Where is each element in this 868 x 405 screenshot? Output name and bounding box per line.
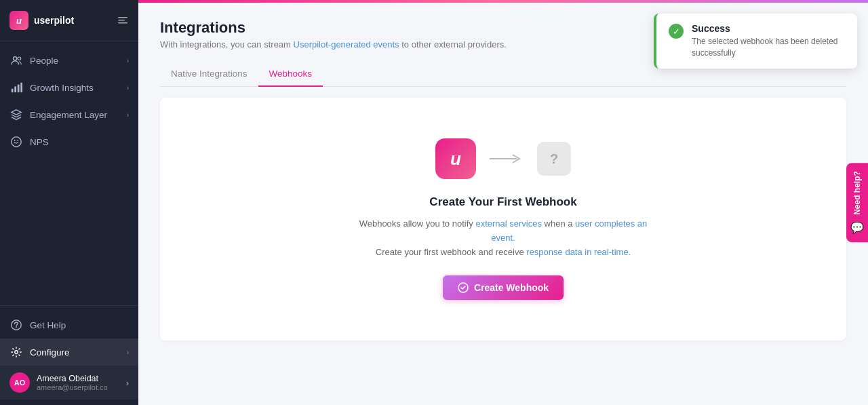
sidebar-nav: People › Growth Insights › (0, 41, 138, 305)
arrow-right-icon (490, 152, 524, 166)
need-help-label: Need help? (852, 171, 862, 215)
svg-point-10 (14, 140, 16, 141)
create-webhook-label: Create Webhook (474, 282, 549, 293)
sidebar: u userpilot People › (0, 0, 138, 405)
svg-point-11 (17, 140, 18, 141)
webhook-illustration: u ? (435, 138, 571, 179)
empty-state-desc-line2: Create your first webhook and receive re… (376, 247, 631, 257)
layers-icon (9, 108, 23, 121)
svg-rect-0 (118, 17, 127, 18)
webhooks-empty-state: u ? Create Your First Webhook Webhooks a… (160, 98, 846, 341)
sidebar-item-get-help-label: Get Help (30, 320, 129, 330)
content-area: ✓ Success The selected webhook has been … (138, 3, 868, 405)
main-content: ✓ Success The selected webhook has been … (138, 0, 868, 405)
empty-state-description: Webhooks allow you to notify external se… (354, 217, 652, 259)
success-toast: ✓ Success The selected webhook has been … (654, 14, 857, 69)
help-icon (9, 318, 23, 332)
sidebar-item-people[interactable]: People › (0, 47, 138, 74)
svg-point-3 (14, 57, 17, 60)
need-help-chat-icon: 💬 (850, 221, 864, 234)
sidebar-item-nps[interactable]: NPS (0, 128, 138, 155)
sidebar-item-get-help[interactable]: Get Help (0, 311, 138, 339)
svg-rect-8 (20, 83, 22, 92)
toast-check-icon: ✓ (669, 24, 684, 39)
empty-state-desc-line1: Webhooks allow you to notify external se… (359, 218, 648, 243)
sidebar-header: u userpilot (0, 0, 138, 41)
userpilot-logo-circle: u (435, 138, 476, 179)
avatar: AO (9, 372, 30, 393)
chart-icon (9, 81, 23, 94)
sidebar-item-growth-insights[interactable]: Growth Insights › (0, 74, 138, 101)
create-webhook-button[interactable]: Create Webhook (443, 275, 564, 300)
toast-message: The selected webhook has been deleted su… (692, 36, 845, 59)
user-info: Ameera Obeidat ameera@userpilot.co (37, 374, 126, 391)
svg-rect-1 (118, 20, 125, 21)
logo-icon: u (9, 11, 28, 30)
sidebar-item-engagement-layer[interactable]: Engagement Layer › (0, 101, 138, 128)
svg-rect-6 (14, 86, 16, 92)
people-chevron-icon: › (127, 57, 129, 64)
user-chevron-icon: › (126, 378, 129, 388)
logo-text: userpilot (34, 15, 74, 26)
sidebar-item-people-label: People (30, 56, 127, 66)
subtitle-link: Userpilot-generated events (294, 39, 399, 50)
tab-webhooks[interactable]: Webhooks (258, 62, 323, 87)
people-icon (9, 54, 23, 67)
user-email: ameera@userpilot.co (37, 383, 126, 391)
sidebar-item-configure[interactable]: Configure › (0, 339, 138, 366)
svg-rect-5 (12, 89, 14, 92)
sidebar-bottom: Get Help Configure › AO Ameera Obeidat a… (0, 305, 138, 405)
svg-point-9 (12, 137, 21, 147)
toast-title: Success (692, 23, 845, 34)
empty-state-title: Create Your First Webhook (429, 195, 576, 209)
toast-content: Success The selected webhook has been de… (692, 23, 845, 59)
configure-chevron-icon: › (127, 349, 129, 356)
need-help-panel[interactable]: Need help? 💬 (846, 163, 868, 243)
logo-area: u userpilot (9, 11, 74, 30)
svg-rect-2 (118, 22, 127, 24)
sidebar-item-engagement-layer-label: Engagement Layer (30, 110, 127, 120)
tab-native-integrations[interactable]: Native Integrations (160, 62, 258, 87)
svg-point-13 (15, 351, 18, 354)
sidebar-item-configure-label: Configure (30, 347, 127, 358)
growth-chevron-icon: › (127, 84, 129, 92)
gear-icon (9, 345, 23, 359)
user-name: Ameera Obeidat (37, 374, 126, 383)
sidebar-item-growth-insights-label: Growth Insights (30, 83, 127, 93)
nps-icon (9, 135, 23, 149)
sidebar-toggle-button[interactable] (117, 14, 129, 26)
sidebar-item-nps-label: NPS (30, 137, 129, 147)
svg-point-4 (18, 57, 21, 60)
webhook-target-icon: ? (537, 142, 571, 176)
user-profile-item[interactable]: AO Ameera Obeidat ameera@userpilot.co › (0, 366, 138, 400)
svg-rect-7 (18, 85, 20, 93)
engagement-chevron-icon: › (127, 111, 129, 119)
webhook-icon (458, 282, 469, 293)
